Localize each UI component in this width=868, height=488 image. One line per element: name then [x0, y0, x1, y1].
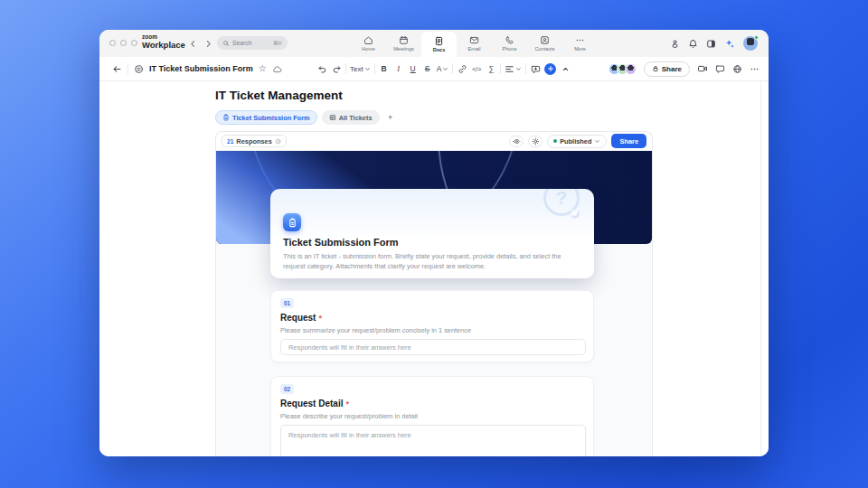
profile-history-button[interactable]: [670, 39, 680, 49]
nav-forward-chevron[interactable]: [202, 37, 214, 50]
responses-label: Responses: [236, 137, 271, 145]
align-left-icon: [505, 64, 514, 74]
clipboard-icon: [288, 218, 297, 228]
text-style-label: Text: [350, 65, 363, 73]
more-options-button[interactable]: [750, 64, 760, 74]
ellipsis-icon: [575, 35, 585, 45]
text-color-dropdown[interactable]: A: [437, 61, 449, 76]
nav-label: Meetings: [393, 46, 414, 52]
info-icon: [275, 138, 281, 145]
docs-icon: [434, 36, 444, 46]
tab-label: All Tickets: [339, 114, 373, 122]
alignment-dropdown[interactable]: [505, 61, 522, 76]
divider: [525, 63, 526, 74]
language-button[interactable]: [732, 64, 742, 74]
nav-item-home[interactable]: Home: [351, 30, 386, 57]
bold-button[interactable]: B: [379, 61, 390, 76]
formula-button[interactable]: ∑: [486, 61, 496, 76]
zoom-workplace-window: zoom Workplace Search ⌘F Home: [99, 30, 769, 456]
nav-label: Contacts: [534, 46, 554, 52]
sheet-tabs: Ticket Submission Form All Tickets +: [215, 110, 397, 125]
chevron-right-icon: [204, 40, 212, 48]
search-input[interactable]: Search ⌘F: [217, 36, 288, 50]
chat-button[interactable]: [715, 64, 725, 74]
divider: [374, 63, 375, 74]
app-titlebar: zoom Workplace Search ⌘F Home: [99, 30, 769, 57]
video-call-button[interactable]: [697, 63, 708, 74]
lock-icon: [652, 65, 659, 72]
maximize-window-button[interactable]: [131, 40, 137, 46]
favorite-star-button[interactable]: ☆: [259, 64, 267, 73]
window-controls: [109, 40, 137, 46]
document-title[interactable]: IT Ticket Submission Form: [149, 64, 253, 73]
collaborator-avatar[interactable]: [625, 63, 637, 75]
field-label: Request: [280, 313, 316, 323]
bell-icon: [688, 39, 698, 49]
nav-item-more[interactable]: More: [562, 30, 598, 57]
nav-item-email[interactable]: Email: [457, 30, 492, 57]
request-detail-answer-input[interactable]: [280, 425, 586, 456]
publish-status-dropdown[interactable]: Published: [547, 135, 607, 148]
nav-item-phone[interactable]: Phone: [492, 30, 527, 57]
insert-block-button[interactable]: [544, 63, 556, 75]
comment-button[interactable]: [530, 61, 541, 76]
share-button[interactable]: Share: [644, 61, 690, 77]
tab-ticket-submission-form[interactable]: Ticket Submission Form: [215, 110, 317, 125]
nav-label: More: [574, 46, 586, 52]
scrollbar-track[interactable]: [760, 81, 761, 456]
globe-icon: [732, 64, 742, 74]
responses-bar-actions: Published Share: [509, 134, 646, 148]
home-icon: [363, 35, 373, 45]
docs-home-button[interactable]: [134, 64, 144, 74]
link-icon: [458, 64, 467, 74]
nav-label: Docs: [433, 47, 446, 52]
redo-button[interactable]: [331, 61, 342, 76]
field-number-badge: 01: [280, 298, 294, 308]
arrow-left-icon: [112, 64, 122, 74]
divider: [500, 63, 501, 74]
minimize-window-button[interactable]: [120, 40, 127, 46]
insert-link-button[interactable]: [457, 61, 467, 76]
collapse-toolbar-button[interactable]: [560, 61, 571, 76]
brand-workplace: Workplace: [142, 41, 185, 50]
user-avatar[interactable]: [743, 36, 758, 51]
share-form-button[interactable]: Share: [611, 134, 646, 148]
undo-button[interactable]: [316, 61, 327, 76]
eye-icon: [513, 137, 521, 145]
nav-back-chevron[interactable]: [186, 37, 199, 50]
close-window-button[interactable]: [109, 40, 116, 46]
nav-item-docs[interactable]: Docs: [421, 32, 457, 57]
text-style-dropdown[interactable]: Text: [350, 61, 371, 76]
required-asterisk: *: [318, 314, 322, 323]
field-number-badge: 02: [280, 384, 294, 394]
nav-item-contacts[interactable]: Contacts: [527, 30, 562, 57]
code-block-button[interactable]: </>: [471, 61, 482, 76]
form-settings-button[interactable]: [528, 136, 542, 147]
required-asterisk: *: [345, 399, 349, 408]
notifications-button[interactable]: [688, 39, 698, 49]
presence-status-dot: [754, 35, 759, 40]
divider: [452, 63, 453, 74]
italic-button[interactable]: I: [393, 61, 404, 76]
zoom-workplace-logo: zoom Workplace: [142, 34, 185, 50]
ai-sparkle-icon: [724, 38, 735, 49]
underline-button[interactable]: U: [408, 61, 419, 76]
responses-toggle[interactable]: 21 Responses: [222, 135, 287, 147]
side-panel-button[interactable]: [706, 39, 716, 49]
ellipsis-icon: [750, 64, 760, 74]
back-button[interactable]: [112, 64, 122, 74]
request-answer-input[interactable]: [280, 339, 586, 355]
search-shortcut: ⌘F: [273, 40, 282, 46]
document-toolbar: IT Ticket Submission Form ☆ Text B I: [99, 57, 769, 81]
add-tab-button[interactable]: +: [384, 111, 397, 124]
preview-button[interactable]: [509, 136, 524, 147]
nav-item-meetings[interactable]: Meetings: [386, 30, 421, 57]
tab-all-tickets[interactable]: All Tickets: [322, 110, 380, 125]
strikethrough-button[interactable]: S: [422, 61, 433, 76]
ai-companion-button[interactable]: [724, 38, 735, 49]
chevron-down-icon: [364, 66, 371, 72]
divider: [127, 63, 128, 74]
docs-home-icon: [134, 64, 144, 74]
chevron-up-icon: [561, 65, 570, 73]
gear-icon: [532, 137, 540, 145]
